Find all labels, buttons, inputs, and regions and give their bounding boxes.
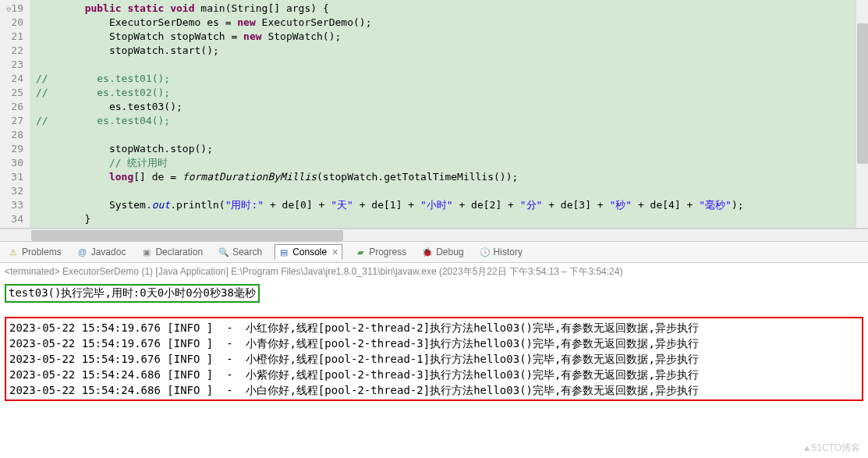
declaration-icon: ▣ [141,247,152,257]
code-content[interactable]: public static void main(String[] args) {… [30,0,856,228]
tab-declaration[interactable]: ▣Declaration [138,245,206,259]
console-log-line: 2023-05-22 15:54:19.676 [INFO ] - 小橙你好,线… [9,351,859,367]
tab-label: Search [232,247,262,257]
line-number-gutter: ⊖19202122232425262728293031323334 [0,0,30,228]
tab-history[interactable]: 🕓History [477,245,526,259]
line-number: 21 [3,30,23,44]
line-number: 25 [3,86,23,100]
vertical-scrollbar-thumb[interactable] [857,23,868,164]
code-line[interactable]: public static void main(String[] args) { [30,2,856,16]
progress-icon: ▰ [355,247,366,257]
tab-search[interactable]: 🔍Search [215,245,265,259]
highlighted-output-threads: 2023-05-22 15:54:19.676 [INFO ] - 小红你好,线… [5,317,863,401]
console-log-line: 2023-05-22 15:54:19.676 [INFO ] - 小青你好,线… [9,336,859,351]
tab-problems[interactable]: ⚠Problems [5,245,65,259]
tab-label: Progress [369,247,406,257]
tab-console[interactable]: ▤Console✕ [275,244,342,260]
line-number: 23 [3,58,23,72]
code-line[interactable]: StopWatch stopWatch = new StopWatch(); [30,30,856,44]
code-line[interactable]: // es.test04(); [30,114,856,128]
tab-label: Problems [22,247,62,257]
console-log-line: 2023-05-22 15:54:24.686 [INFO ] - 小白你好,线… [9,382,859,398]
code-line[interactable]: System.out.println("用时:" + de[0] + "天" +… [30,198,856,212]
code-line[interactable]: ExecutorSerDemo es = new ExecutorSerDemo… [30,16,856,30]
code-editor[interactable]: ⊖19202122232425262728293031323334 public… [0,0,868,229]
line-number: 31 [3,170,23,184]
tab-progress[interactable]: ▰Progress [352,245,409,259]
line-number: 33 [3,198,23,212]
line-number: 34 [3,212,23,226]
code-line[interactable]: stopWatch.stop(); [30,142,856,156]
tab-label: Console [292,247,327,257]
console-log-line: 2023-05-22 15:54:24.686 [INFO ] - 小紫你好,线… [9,367,859,382]
horizontal-scrollbar[interactable] [0,229,868,241]
search-icon: 🔍 [218,247,229,257]
tab-label: Debug [436,247,463,257]
code-line[interactable] [30,184,856,198]
tab-label: Declaration [155,247,203,257]
horizontal-scrollbar-thumb[interactable] [31,230,343,241]
console-status-header: <terminated> ExecutorSerDemo (1) [Java A… [0,263,868,281]
problems-icon: ⚠ [8,247,19,257]
line-number: 20 [3,16,23,30]
console-icon: ▤ [278,247,289,257]
line-number: 26 [3,100,23,114]
code-line[interactable] [30,58,856,72]
code-line[interactable]: es.test03(); [30,100,856,114]
line-number: 22 [3,44,23,58]
code-line[interactable]: } [30,212,856,226]
debug-icon: 🐞 [422,247,433,257]
vertical-scrollbar[interactable] [856,0,868,228]
line-number: 29 [3,142,23,156]
console-output[interactable]: test03()执行完毕,用时:0天0小时0分0秒38毫秒 2023-05-22… [0,281,868,404]
console-log-line: 2023-05-22 15:54:19.676 [INFO ] - 小红你好,线… [9,320,859,336]
line-number: 24 [3,72,23,86]
code-line[interactable]: // es.test01(); [30,72,856,86]
history-icon: 🕓 [480,247,491,257]
close-icon[interactable]: ✕ [331,247,338,257]
tab-debug[interactable]: 🐞Debug [419,245,466,259]
code-line[interactable]: long[] de = formatDurationByMillis(stopW… [30,170,856,184]
highlighted-output-timing: test03()执行完毕,用时:0天0小时0分0秒38毫秒 [5,284,260,303]
code-line[interactable]: // 统计用时 [30,156,856,170]
line-number: 28 [3,128,23,142]
javadoc-icon: @ [77,247,88,257]
tab-label: History [494,247,523,257]
code-line[interactable]: // es.test02(); [30,86,856,100]
line-number: 32 [3,184,23,198]
line-number: 27 [3,114,23,128]
views-tab-bar: ⚠Problems@Javadoc▣Declaration🔍Search▤Con… [0,241,868,263]
tab-javadoc[interactable]: @Javadoc [74,245,129,259]
code-line[interactable]: stopWatch.start(); [30,44,856,58]
code-line[interactable] [30,128,856,142]
line-number: ⊖19 [3,2,23,16]
line-number: 30 [3,156,23,170]
tab-label: Javadoc [91,247,126,257]
